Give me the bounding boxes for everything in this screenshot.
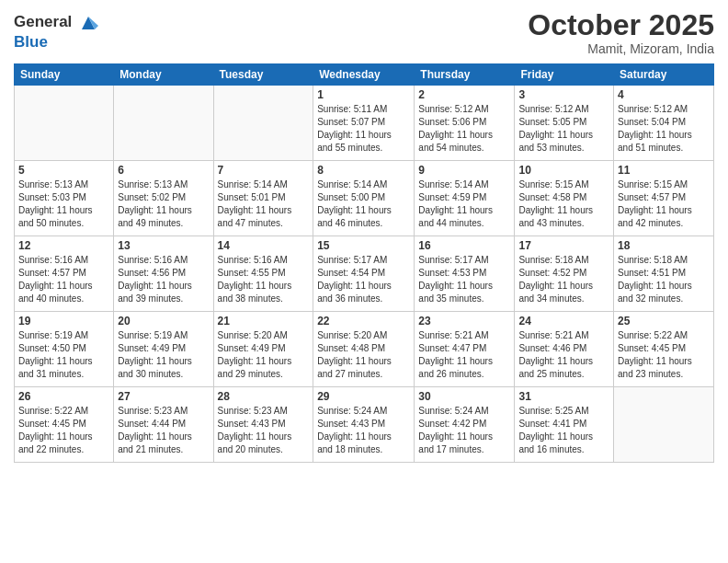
day-number: 11 [618,164,710,177]
calendar-cell: 16Sunrise: 5:17 AMSunset: 4:53 PMDayligh… [415,236,515,312]
calendar-cell [614,387,714,463]
day-number: 3 [518,88,609,101]
weekday-header-sunday: Sunday [15,64,114,86]
day-info: Sunrise: 5:21 AMSunset: 4:46 PMDaylight:… [518,329,609,381]
day-info: Sunrise: 5:16 AMSunset: 4:57 PMDaylight:… [18,254,109,305]
day-number: 26 [18,390,109,403]
calendar-cell: 23Sunrise: 5:21 AMSunset: 4:47 PMDayligh… [415,312,515,387]
day-info: Sunrise: 5:24 AMSunset: 4:43 PMDaylight:… [317,405,410,456]
weekday-header-thursday: Thursday [415,64,515,86]
day-info: Sunrise: 5:12 AMSunset: 5:06 PMDaylight:… [418,103,510,155]
day-info: Sunrise: 5:25 AMSunset: 4:41 PMDaylight:… [518,405,609,456]
day-number: 6 [118,164,209,177]
day-number: 23 [418,315,510,327]
calendar-week-3: 12Sunrise: 5:16 AMSunset: 4:57 PMDayligh… [15,236,714,312]
day-info: Sunrise: 5:21 AMSunset: 4:47 PMDaylight:… [418,329,510,381]
day-number: 24 [518,315,609,327]
day-info: Sunrise: 5:23 AMSunset: 4:43 PMDaylight:… [218,405,310,456]
weekday-header-saturday: Saturday [614,64,714,86]
day-info: Sunrise: 5:24 AMSunset: 4:42 PMDaylight:… [418,405,510,456]
location-subtitle: Mamit, Mizoram, India [528,41,714,56]
day-info: Sunrise: 5:15 AMSunset: 4:58 PMDaylight:… [518,178,609,230]
calendar-cell: 2Sunrise: 5:12 AMSunset: 5:06 PMDaylight… [415,86,515,161]
calendar-cell: 14Sunrise: 5:16 AMSunset: 4:55 PMDayligh… [213,236,313,312]
calendar-cell: 25Sunrise: 5:22 AMSunset: 4:45 PMDayligh… [614,312,714,387]
calendar-cell [114,86,213,161]
day-number: 9 [418,164,510,177]
calendar-cell: 22Sunrise: 5:20 AMSunset: 4:48 PMDayligh… [313,312,415,387]
calendar-cell: 21Sunrise: 5:20 AMSunset: 4:49 PMDayligh… [213,312,313,387]
day-number: 21 [218,315,310,327]
day-number: 28 [218,390,310,403]
day-info: Sunrise: 5:13 AMSunset: 5:02 PMDaylight:… [118,178,209,230]
day-info: Sunrise: 5:22 AMSunset: 4:45 PMDaylight:… [18,405,109,456]
page-header: General Blue October 2025 Mamit, Mizoram… [14,9,714,56]
day-number: 12 [18,239,109,252]
calendar-cell: 27Sunrise: 5:23 AMSunset: 4:44 PMDayligh… [114,387,213,463]
day-number: 16 [418,239,510,252]
calendar-table: SundayMondayTuesdayWednesdayThursdayFrid… [14,63,714,463]
day-number: 19 [18,315,109,327]
calendar-cell: 13Sunrise: 5:16 AMSunset: 4:56 PMDayligh… [114,236,213,312]
calendar-cell: 6Sunrise: 5:13 AMSunset: 5:02 PMDaylight… [114,161,213,236]
day-number: 30 [418,390,510,403]
day-info: Sunrise: 5:13 AMSunset: 5:03 PMDaylight:… [18,178,109,230]
day-number: 27 [118,390,209,403]
day-number: 22 [317,315,410,327]
day-number: 5 [18,164,109,177]
calendar-cell: 7Sunrise: 5:14 AMSunset: 5:01 PMDaylight… [213,161,313,236]
day-number: 18 [618,239,710,252]
calendar-cell: 18Sunrise: 5:18 AMSunset: 4:51 PMDayligh… [614,236,714,312]
day-info: Sunrise: 5:17 AMSunset: 4:54 PMDaylight:… [317,254,410,305]
calendar-cell [15,86,114,161]
day-number: 7 [218,164,310,177]
day-number: 31 [518,390,609,403]
day-number: 15 [317,239,410,252]
day-number: 1 [317,88,410,101]
day-number: 14 [218,239,310,252]
calendar-cell: 11Sunrise: 5:15 AMSunset: 4:57 PMDayligh… [614,161,714,236]
day-info: Sunrise: 5:18 AMSunset: 4:51 PMDaylight:… [618,254,710,305]
title-block: October 2025 Mamit, Mizoram, India [528,9,714,56]
day-number: 2 [418,88,510,101]
day-info: Sunrise: 5:11 AMSunset: 5:07 PMDaylight:… [317,103,410,155]
calendar-cell: 30Sunrise: 5:24 AMSunset: 4:42 PMDayligh… [415,387,515,463]
calendar-week-4: 19Sunrise: 5:19 AMSunset: 4:50 PMDayligh… [15,312,714,387]
day-info: Sunrise: 5:16 AMSunset: 4:55 PMDaylight:… [218,254,310,305]
day-info: Sunrise: 5:12 AMSunset: 5:05 PMDaylight:… [518,103,609,155]
day-number: 20 [118,315,209,327]
day-info: Sunrise: 5:19 AMSunset: 4:50 PMDaylight:… [18,329,109,381]
day-info: Sunrise: 5:15 AMSunset: 4:57 PMDaylight:… [618,178,710,230]
day-info: Sunrise: 5:14 AMSunset: 4:59 PMDaylight:… [418,178,510,230]
day-number: 25 [618,315,710,327]
calendar-cell: 17Sunrise: 5:18 AMSunset: 4:52 PMDayligh… [515,236,614,312]
day-info: Sunrise: 5:14 AMSunset: 5:01 PMDaylight:… [218,178,310,230]
calendar-cell: 10Sunrise: 5:15 AMSunset: 4:58 PMDayligh… [515,161,614,236]
calendar-week-1: 1Sunrise: 5:11 AMSunset: 5:07 PMDaylight… [15,86,714,161]
calendar-cell: 28Sunrise: 5:23 AMSunset: 4:43 PMDayligh… [213,387,313,463]
calendar-cell [213,86,313,161]
calendar-cell: 15Sunrise: 5:17 AMSunset: 4:54 PMDayligh… [313,236,415,312]
calendar-cell: 5Sunrise: 5:13 AMSunset: 5:03 PMDaylight… [15,161,114,236]
day-info: Sunrise: 5:16 AMSunset: 4:56 PMDaylight:… [118,254,209,305]
calendar-cell: 3Sunrise: 5:12 AMSunset: 5:05 PMDaylight… [515,86,614,161]
day-number: 13 [118,239,209,252]
weekday-header-row: SundayMondayTuesdayWednesdayThursdayFrid… [15,64,714,86]
day-info: Sunrise: 5:20 AMSunset: 4:49 PMDaylight:… [218,329,310,381]
day-info: Sunrise: 5:18 AMSunset: 4:52 PMDaylight:… [518,254,609,305]
calendar-cell: 8Sunrise: 5:14 AMSunset: 5:00 PMDaylight… [313,161,415,236]
day-info: Sunrise: 5:12 AMSunset: 5:04 PMDaylight:… [618,103,710,155]
logo-general: General [14,13,72,30]
day-number: 17 [518,239,609,252]
day-info: Sunrise: 5:20 AMSunset: 4:48 PMDaylight:… [317,329,410,381]
day-number: 8 [317,164,410,177]
calendar-cell: 9Sunrise: 5:14 AMSunset: 4:59 PMDaylight… [415,161,515,236]
weekday-header-friday: Friday [515,64,614,86]
calendar-week-5: 26Sunrise: 5:22 AMSunset: 4:45 PMDayligh… [15,387,714,463]
calendar-cell: 26Sunrise: 5:22 AMSunset: 4:45 PMDayligh… [15,387,114,463]
calendar-cell: 1Sunrise: 5:11 AMSunset: 5:07 PMDaylight… [313,86,415,161]
logo-blue: Blue [14,33,98,52]
day-number: 10 [518,164,609,177]
calendar-cell: 19Sunrise: 5:19 AMSunset: 4:50 PMDayligh… [15,312,114,387]
day-info: Sunrise: 5:22 AMSunset: 4:45 PMDaylight:… [618,329,710,381]
